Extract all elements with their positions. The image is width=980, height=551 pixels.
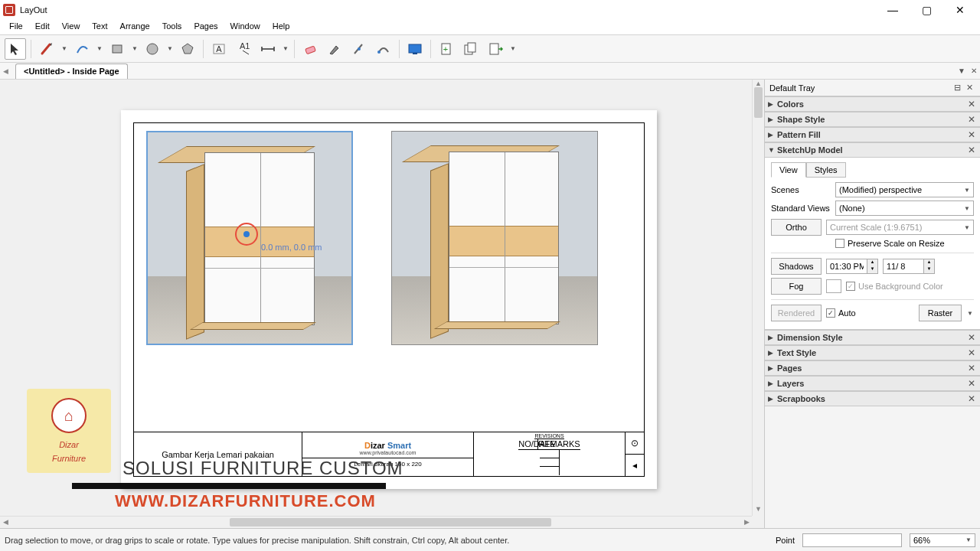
fog-color[interactable] [826,279,841,293]
ortho-button[interactable]: Ortho [771,219,822,236]
shadows-time[interactable]: ▲▼ [826,259,878,274]
rectangle-tool[interactable] [106,38,128,60]
canvas[interactable]: 0.0 mm, 0.0 mm Gambar Kerja Lemari pakai… [0,80,764,528]
svg-rect-6 [305,46,316,54]
scroll-thumb[interactable] [230,518,551,527]
panel-text-style[interactable]: ▶Text Style✕ [765,345,980,360]
page-nav-tool[interactable] [485,38,506,60]
eraser-tool[interactable] [299,38,321,60]
maximize-button[interactable]: ▢ [910,0,943,20]
video-bar [72,483,386,489]
panel-close-icon[interactable]: ✕ [966,99,977,109]
circle-tool-dropdown[interactable]: ▼ [166,45,174,52]
tb-north: ⊙ ◂ [626,432,644,476]
use-bg-check[interactable]: ✓Use Background Color [846,282,943,291]
page-nav-dropdown[interactable]: ▼ [509,45,517,52]
select-tool[interactable] [5,38,26,60]
close-button[interactable]: ✕ [943,0,977,20]
measurement-field[interactable] [802,533,902,547]
scenes-select[interactable]: (Modified) perspective▼ [835,182,974,197]
tab-view[interactable]: View [771,162,806,178]
polygon-tool[interactable] [177,38,198,60]
panel-close-icon[interactable]: ✕ [966,347,977,358]
auto-check[interactable]: ✓Auto [826,308,856,318]
menu-edit[interactable]: Edit [29,20,56,34]
rectangle-tool-dropdown[interactable]: ▼ [131,45,139,52]
add-page-tool[interactable]: + [436,38,457,60]
menu-help[interactable]: Help [266,20,296,34]
shadows-button[interactable]: Shadows [771,258,822,275]
menu-tools[interactable]: Tools [156,20,188,34]
shadows-date[interactable]: ▲▼ [883,259,935,274]
panel-close-icon[interactable]: ✕ [966,378,977,389]
scroll-left-icon[interactable]: ◀ [0,517,11,528]
preserve-scale-check[interactable]: Preserve Scale on Resize [835,239,945,248]
arc-tool[interactable] [71,38,93,60]
minimize-button[interactable]: — [876,0,910,20]
panel-close-icon[interactable]: ✕ [966,332,977,343]
tray-pin-icon[interactable]: ⊟ [951,83,963,93]
stdview-select[interactable]: (None)▼ [835,201,974,216]
model-viewport-selected[interactable]: 0.0 mm, 0.0 mm [146,131,353,345]
panel-pages[interactable]: ▶Pages✕ [765,360,980,376]
scroll-right-icon[interactable]: ▶ [741,517,752,528]
panel-colors[interactable]: ▶Colors✕ [765,96,980,112]
label-tool[interactable]: A1 [233,38,254,60]
raster-dropdown[interactable]: ▼ [966,310,974,317]
video-tagline: SOLUSI FURNITURE CUSTOM [122,458,403,479]
panel-close-icon[interactable]: ✕ [966,145,977,155]
panel-close-icon[interactable]: ✕ [966,114,977,125]
tray-close-icon[interactable]: ✕ [963,83,975,93]
menu-arrange[interactable]: Arrange [114,20,156,34]
text-tool[interactable]: A [208,38,230,60]
svg-rect-0 [113,45,122,53]
duplicate-page-tool[interactable] [460,38,482,60]
presentation-tool[interactable] [404,38,426,60]
menu-window[interactable]: Window [224,20,266,34]
dimension-tool[interactable] [257,38,279,60]
video-url: WWW.DIZARFURNITURE.COM [115,491,376,511]
panel-close-icon[interactable]: ✕ [966,129,977,140]
panel-pattern-fill[interactable]: ▶Pattern Fill✕ [765,127,980,142]
line-tool[interactable] [36,38,57,60]
document-tab[interactable]: <Untitled> - Inside Page [15,64,128,79]
menu-text[interactable]: Text [86,20,113,34]
tray-title[interactable]: Default Tray ⊟ ✕ [765,80,980,96]
scroll-down-icon[interactable]: ▼ [753,505,764,516]
tab-close[interactable]: ✕ [968,67,980,75]
tab-dropdown[interactable]: ▼ [956,67,968,75]
style-tool[interactable] [324,38,345,60]
tab-styles[interactable]: Styles [806,162,846,178]
vertical-scrollbar[interactable]: ▲ ▼ [752,80,764,516]
tab-scroll-left[interactable]: ◀ [0,67,11,75]
menu-file[interactable]: File [3,20,29,34]
panel-close-icon[interactable]: ✕ [966,393,977,404]
rendered-button[interactable]: Rendered [771,305,822,321]
house-icon: ⌂ [51,398,87,433]
arc-tool-dropdown[interactable]: ▼ [96,45,103,52]
circle-tool[interactable] [142,38,163,60]
default-tray: Default Tray ⊟ ✕ ▶Colors✕ ▶Shape Style✕ … [764,80,980,528]
panel-dimension-style[interactable]: ▶Dimension Style✕ [765,330,980,345]
scale-select[interactable]: Current Scale (1:9.6751)▼ [826,220,974,235]
dimension-tool-dropdown[interactable]: ▼ [282,45,289,52]
svg-marker-2 [182,44,193,54]
join-tool[interactable] [373,38,394,60]
menu-pages[interactable]: Pages [188,20,224,34]
fog-button[interactable]: Fog [771,278,822,295]
page[interactable]: 0.0 mm, 0.0 mm Gambar Kerja Lemari pakai… [121,110,657,489]
panel-layers[interactable]: ▶Layers✕ [765,376,980,391]
panel-shape-style[interactable]: ▶Shape Style✕ [765,112,980,127]
panel-close-icon[interactable]: ✕ [966,363,977,373]
raster-button[interactable]: Raster [919,305,962,321]
panel-scrapbooks[interactable]: ▶Scrapbooks✕ [765,391,980,406]
scroll-thumb[interactable] [754,87,763,118]
horizontal-scrollbar[interactable]: ◀ ▶ [0,516,752,528]
menu-view[interactable]: View [56,20,87,34]
line-tool-dropdown[interactable]: ▼ [60,45,68,52]
center-grip[interactable] [243,231,250,237]
model-viewport[interactable] [391,131,598,345]
zoom-select[interactable]: 66%▼ [910,533,975,547]
panel-sketchup-model[interactable]: ▼SketchUp Model✕ [765,142,980,158]
split-tool[interactable] [348,38,370,60]
